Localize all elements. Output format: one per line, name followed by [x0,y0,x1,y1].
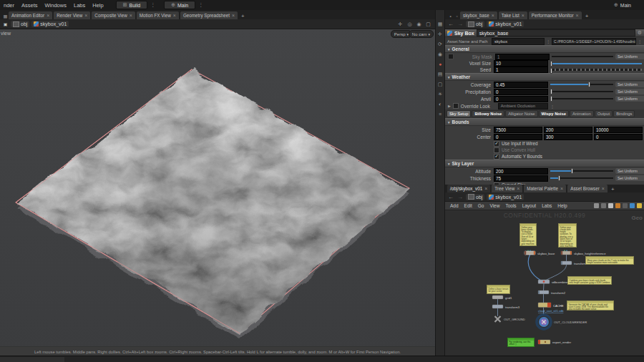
set-uniform-button[interactable]: Set Uniform [615,175,644,181]
menu-help[interactable]: Help [89,2,107,9]
breadcrumb-node[interactable]: skybox_v01 [487,21,524,27]
shading-icon[interactable]: ◐ [437,101,444,107]
box-icon[interactable] [608,203,613,208]
tab-render-view[interactable]: Render View× [54,11,90,19]
set-uniform-button[interactable]: Set Uniform [615,168,644,174]
menu-assets[interactable]: Assets [18,2,42,9]
section-general[interactable]: General [445,45,644,53]
asset-name-menu-icon[interactable]: ⋮ [546,39,550,44]
altitude-slider[interactable] [550,168,613,174]
first-person-icon[interactable]: ◉ [437,51,444,57]
close-icon[interactable]: × [492,14,494,18]
thickness-slider[interactable] [550,175,613,181]
node-cache[interactable]: CACHE cloud_vast_v01.vdb [538,303,564,313]
menu-tools[interactable]: Tools [502,203,519,208]
menu-go[interactable]: Go [475,203,487,208]
snap-icon[interactable]: ✛ [397,21,404,27]
center-x-field[interactable]: 0 [494,134,542,140]
voxel-size-field[interactable]: 10 [494,60,548,67]
view-tool-icon[interactable]: ▦ [437,21,444,27]
node-transform3[interactable]: transform3 [492,305,520,309]
node-vdbcombine1[interactable]: vdbcombine1 [538,280,570,284]
menu-add[interactable]: Add [447,203,462,208]
tab-skybox-base-params[interactable]: skybox_base× [460,11,497,19]
seed-slider[interactable] [550,67,642,73]
record-icon[interactable]: ● [437,61,444,67]
set-uniform-button[interactable]: Set Uniform [615,96,644,102]
override-look-menu-icon[interactable]: ⋮ [550,104,555,109]
menu-labs[interactable]: Labs [70,2,89,9]
breadcrumb-root[interactable]: obj [11,21,29,27]
menu-edit[interactable]: Edit [462,203,475,208]
use-input-checkbox[interactable] [494,141,499,147]
close-icon[interactable]: × [576,14,579,18]
shade-mode-icon[interactable]: ▢ [425,21,431,27]
close-icon[interactable]: × [560,187,563,191]
close-icon[interactable]: × [484,187,487,191]
network-canvas[interactable]: CONFIDENTIAL H20.0.499 Geo skybo [445,210,644,357]
close-icon[interactable]: × [602,187,605,191]
select-mode-icon[interactable]: ◎ [406,21,413,27]
color-palette-icon[interactable] [615,203,620,208]
tab-motion-fx-view[interactable]: Motion FX View× [137,11,179,19]
set-uniform-button[interactable]: Set Uniform [615,82,644,87]
tab-material-palette[interactable]: Material Palette× [524,185,566,192]
set-uniform-button[interactable]: Set Uniform [615,54,644,59]
convex-hull-checkbox[interactable] [494,147,499,153]
image-plane-icon[interactable] [630,203,635,208]
close-icon[interactable]: × [173,14,176,18]
frame-icon[interactable]: ▢ [437,81,444,87]
breadcrumb-root[interactable]: obj [466,194,484,200]
sticky-note-cache[interactable]: Generate the CACHE of your clouds and sa… [567,300,614,310]
lighting-icon[interactable]: ☀ [437,91,444,97]
section-bounds[interactable]: Bounds [445,118,644,126]
desktop-main-selector[interactable]: ⊕ Main [164,1,195,9]
tab-take-list[interactable]: Take List× [499,11,527,19]
coverage-field[interactable]: 0.45 [494,82,548,88]
pane-maximize-icon[interactable]: ▫ [454,13,460,19]
build-desktop-menu-icon[interactable]: ⋮ [150,2,155,8]
sticky-note-height-clouds[interactable]: Define your clouds with height variation… [558,223,577,248]
node-skybox-base[interactable]: skybox_base [525,250,555,256]
camera-icon[interactable]: ▤ [437,71,444,77]
display-options-icon[interactable]: ≡ [437,111,444,117]
new-tab-button[interactable]: + [239,13,247,19]
auto-y-bounds-checkbox[interactable] [494,154,499,160]
altitude-field[interactable]: 200 [494,168,548,175]
move-tool-icon[interactable]: ✛ [437,31,444,37]
cache-file-link[interactable]: cloud_vast_v01.vdb [538,309,564,313]
precipitation-field[interactable]: 0 [494,89,548,95]
tab-alligator-noise[interactable]: Alligator Noise [505,110,537,117]
right-main-selector[interactable]: ⊕ Main [614,2,631,8]
tab-network-editor[interactable]: /obj/skybox_v01× [447,185,490,192]
thickness-field[interactable]: 75 [494,175,548,182]
secure-selection-icon[interactable]: ◉ [416,21,422,27]
sticky-note-base-terrain[interactable]: Define a base terrain for your scene [487,285,510,294]
node-transform2[interactable]: transform2 [538,290,566,295]
forward-icon[interactable]: → [457,194,464,200]
sticky-note-move-clouds[interactable]: Move your clouds on the Y axis to make t… [585,256,634,265]
pane-menu-icon[interactable]: ▪ [447,13,454,19]
size-x-field[interactable]: 7500 [494,127,542,133]
seed-field[interactable]: 1 [494,67,548,73]
tab-composite-view[interactable]: Composite View× [92,11,135,19]
tab-sky-setup[interactable]: Sky Setup [447,110,471,117]
precipitation-slider[interactable] [550,89,613,94]
close-icon[interactable]: × [130,14,132,18]
sticky-note-combine-clouds[interactable]: Combine your base clouds and clouds with… [567,276,612,285]
node-out-ground[interactable]: OUT_GROUND [495,316,525,322]
set-uniform-button[interactable]: Set Uniform [615,89,644,94]
sticky-note-render[interactable]: For rendering, use this offset :) [507,338,535,347]
sky-mask-field[interactable]: 1 [495,54,550,60]
voxel-size-slider[interactable] [550,61,642,67]
tab-wispy-noise[interactable]: Wispy Noise [539,110,569,117]
anvil-slider[interactable] [550,96,613,102]
channel-enable-checkbox[interactable] [448,54,454,59]
hand-icon[interactable] [601,203,606,208]
breadcrumb-node[interactable]: skybox_v01 [487,194,524,200]
tab-animation-editor[interactable]: Animation Editor× [9,11,52,19]
tab-geometry-spreadsheet[interactable]: Geometry Spreadsheet× [180,11,238,19]
node-export-render[interactable]: export_render [538,340,572,344]
new-tab-button[interactable]: + [609,186,617,192]
desktop-build-selector[interactable]: ⊞ Build [116,1,147,9]
